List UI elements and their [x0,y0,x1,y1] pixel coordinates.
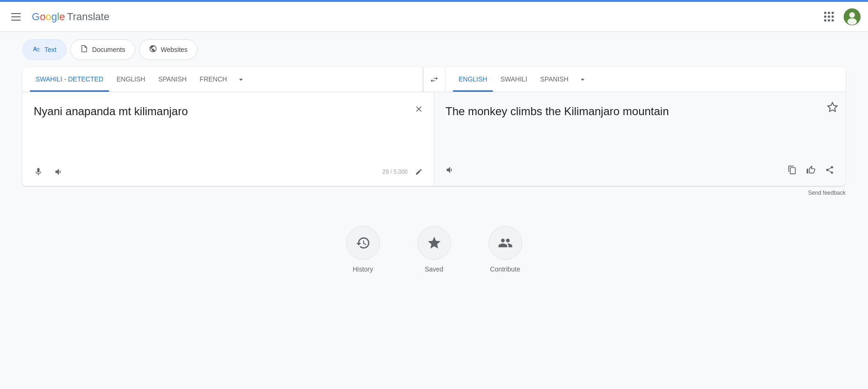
edit-button[interactable] [411,164,426,179]
contribute-icon-circle [489,226,522,260]
account-avatar[interactable] [844,8,861,25]
logo-google: Google [32,11,65,23]
microphone-button[interactable] [30,163,47,180]
documents-tab-icon [80,44,88,55]
lang-french-source[interactable]: FRENCH [194,67,233,92]
tab-documents[interactable]: Documents [70,39,135,60]
target-panel-inner: The monkey climbs the Kilimanjaro mounta… [434,92,846,182]
translated-text: The monkey climbs the Kilimanjaro mounta… [434,92,846,158]
target-lang-bar: ENGLISH SWAHILI SPANISH [445,67,846,92]
translate-container: SWAHILI - DETECTED ENGLISH SPANISH FRENC… [22,67,846,186]
source-text-input[interactable]: Nyani anapanda mt kilimanjaro [22,92,434,158]
source-panel: Nyani anapanda mt kilimanjaro 29 / 5,000 [22,92,434,186]
lang-swahili-detected[interactable]: SWAHILI - DETECTED [30,67,109,92]
lang-english-target[interactable]: ENGLISH [453,67,493,92]
source-audio-button[interactable] [51,163,67,180]
bottom-actions: History Saved Contribute [0,198,868,292]
translation-panels: Nyani anapanda mt kilimanjaro 29 / 5,000 [22,92,846,186]
copy-translation-button[interactable] [784,161,801,178]
language-bars: SWAHILI - DETECTED ENGLISH SPANISH FRENC… [22,67,846,92]
menu-button[interactable] [7,9,24,24]
source-lang-dropdown[interactable] [234,71,248,88]
svg-point-1 [849,12,855,18]
header-left: Google Translate [7,9,109,24]
tab-websites-label: Websites [161,46,188,53]
lang-swahili-target[interactable]: SWAHILI [495,67,532,92]
source-lang-bar: SWAHILI - DETECTED ENGLISH SPANISH FRENC… [22,67,423,92]
target-panel-footer [434,158,846,182]
char-count: 29 / 5,000 [383,169,408,175]
feedback-row: Send feedback [0,186,868,198]
history-icon-circle [346,226,380,260]
history-label: History [353,265,373,273]
contribute-label: Contribute [490,265,520,273]
target-lang-dropdown[interactable] [576,71,589,88]
lang-english-source[interactable]: ENGLISH [111,67,151,92]
save-translation-button[interactable] [827,102,838,116]
tab-text-label: Text [44,46,57,53]
source-panel-footer: 29 / 5,000 [22,160,434,184]
tab-text[interactable]: A文 Text [22,39,66,60]
mode-tabs-bar: A文 Text Documents Websites [0,32,868,67]
logo: Google Translate [32,11,109,23]
websites-tab-icon [149,44,157,55]
tab-documents-label: Documents [92,46,125,53]
saved-label: Saved [425,265,444,273]
target-panel: The monkey climbs the Kilimanjaro mounta… [434,92,846,186]
swap-languages-button[interactable] [423,67,445,92]
lang-spanish-target[interactable]: SPANISH [535,67,574,92]
history-action[interactable]: History [346,226,380,273]
svg-point-2 [847,18,857,25]
clear-input-button[interactable] [411,102,426,117]
contribute-action[interactable]: Contribute [489,226,522,273]
rate-translation-button[interactable] [802,161,819,178]
lang-spanish-source[interactable]: SPANISH [153,67,192,92]
share-translation-button[interactable] [821,161,838,178]
logo-text: Translate [67,11,109,23]
saved-action[interactable]: Saved [417,226,451,273]
svg-marker-5 [828,103,837,111]
header-right [819,7,861,26]
google-apps-button[interactable] [819,7,838,26]
target-action-buttons [784,161,838,178]
text-tab-icon: A文 [32,44,41,55]
header: Google Translate [0,2,868,32]
svg-text:文: 文 [36,47,40,52]
target-audio-button[interactable] [442,161,459,178]
saved-icon-circle [417,226,451,260]
tab-websites[interactable]: Websites [139,39,197,60]
grid-icon [824,12,834,22]
send-feedback-link[interactable]: Send feedback [808,190,846,196]
